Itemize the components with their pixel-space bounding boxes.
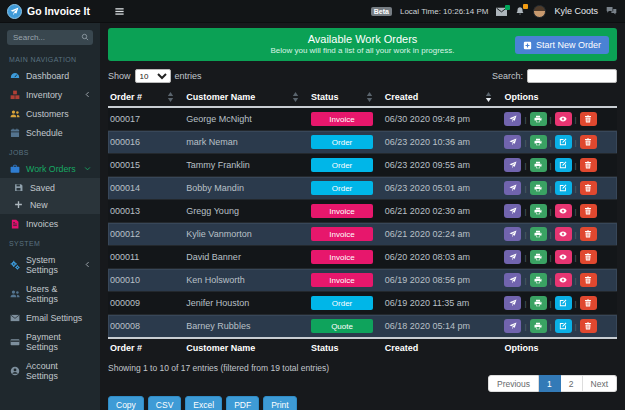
delete-button[interactable] [580,296,597,310]
sidebar-item-account-settings[interactable]: Account Settings [0,356,100,385]
sidebar-item-users-settings[interactable]: Users & Settings [0,279,100,308]
send-button[interactable] [504,135,521,149]
hamburger-menu-icon[interactable] [114,6,125,17]
print-button[interactable] [530,158,547,172]
print-button[interactable] [530,112,547,126]
work-orders-banner: Available Work Orders Below you will fin… [108,28,617,61]
created-cell: 06/20 2020 08:03 am [383,246,503,269]
work-orders-table: Order #Customer NameStatusCreatedOptions… [108,88,617,357]
user-name[interactable]: Kyle Coots [554,6,598,16]
action-separator: | [550,322,552,331]
sidebar-item-schedule[interactable]: Schedule [0,123,100,142]
send-button[interactable] [504,158,521,172]
action-separator: | [524,138,526,147]
print-button[interactable] [530,181,547,195]
edit-button[interactable] [555,135,572,149]
gauge-icon [9,71,20,81]
column-header-order[interactable]: Order # [108,88,184,107]
sidebar-item-dashboard[interactable]: Dashboard [0,66,100,85]
search-icon[interactable] [81,33,89,43]
print-button[interactable] [530,250,547,264]
export-pdf-button[interactable]: PDF [226,396,259,410]
send-button[interactable] [504,273,521,287]
send-button[interactable] [504,181,521,195]
sidebar-subitem-saved[interactable]: Saved [0,179,100,196]
pencil-square-icon [559,138,567,146]
brand[interactable]: Go Invoice It [0,4,100,19]
export-copy-button[interactable]: Copy [108,396,144,410]
print-button[interactable] [530,273,547,287]
delete-button[interactable] [580,250,597,264]
calendar-icon [9,128,20,138]
sidebar-item-system-settings[interactable]: System Settings [0,250,100,279]
view-button[interactable] [555,112,572,126]
column-header-status[interactable]: Status [309,88,383,107]
send-button[interactable] [504,250,521,264]
pagination-1[interactable]: 1 [539,375,561,392]
status-badge: Order [311,158,373,172]
delete-button[interactable] [580,135,597,149]
sidebar-item-customers[interactable]: Customers [0,104,100,123]
send-button[interactable] [504,296,521,310]
delete-button[interactable] [580,112,597,126]
view-button[interactable] [555,250,572,264]
export-excel-button[interactable]: Excel [185,396,222,410]
sidebar-subitem-new[interactable]: New [0,196,100,213]
delete-button[interactable] [580,204,597,218]
action-separator: | [575,138,577,147]
send-button[interactable] [504,204,521,218]
delete-button[interactable] [580,227,597,241]
export-csv-button[interactable]: CSV [148,396,181,410]
edit-button[interactable] [555,319,572,333]
page-length-select[interactable]: 10 [135,69,171,83]
comments-icon[interactable] [606,6,617,16]
column-header-customer-name[interactable]: Customer Name [184,88,309,107]
plus-icon [13,200,24,209]
view-button[interactable] [555,227,572,241]
view-button[interactable] [555,273,572,287]
print-button[interactable] [530,296,547,310]
user-avatar[interactable] [533,5,546,18]
view-button[interactable] [555,204,572,218]
delete-button[interactable] [580,158,597,172]
printer-icon [534,276,542,284]
bell-icon[interactable] [515,6,525,17]
export-print-button[interactable]: Print [263,396,296,410]
edit-button[interactable] [555,181,572,195]
messages-icon[interactable] [496,7,507,16]
edit-button[interactable] [555,158,572,172]
delete-button[interactable] [580,181,597,195]
column-header-label: Order # [110,92,142,102]
options-cell: ||| [502,223,617,246]
delete-button[interactable] [580,319,597,333]
print-button[interactable] [530,227,547,241]
start-new-order-button[interactable]: Start New Order [515,36,609,54]
users-icon [9,109,20,119]
pagination-2[interactable]: 2 [561,375,583,392]
delete-button[interactable] [580,273,597,287]
column-header-created[interactable]: Created [383,88,503,107]
pagination-next[interactable]: Next [583,375,617,392]
sidebar-item-inventory[interactable]: Inventory [0,85,100,104]
chevron-left-icon [84,261,91,268]
print-button[interactable] [530,319,547,333]
pagination-previous[interactable]: Previous [488,375,539,392]
printer-icon [534,184,542,192]
print-button[interactable] [530,204,547,218]
sidebar-item-email-settings[interactable]: Email Settings [0,308,100,327]
sidebar-item-invoices[interactable]: Invoices [0,214,100,233]
payment-icon [9,337,20,347]
printer-icon [534,230,542,238]
briefcase-icon [9,164,20,174]
sidebar-item-work-orders[interactable]: Work Orders [0,159,100,178]
paper-plane-icon [509,138,517,146]
eye-icon [559,207,567,215]
send-button[interactable] [504,319,521,333]
table-search-input[interactable] [527,69,617,83]
print-button[interactable] [530,135,547,149]
send-button[interactable] [504,227,521,241]
send-button[interactable] [504,112,521,126]
edit-button[interactable] [555,296,572,310]
sidebar-item-payment-settings[interactable]: Payment Settings [0,327,100,356]
action-separator: | [550,299,552,308]
